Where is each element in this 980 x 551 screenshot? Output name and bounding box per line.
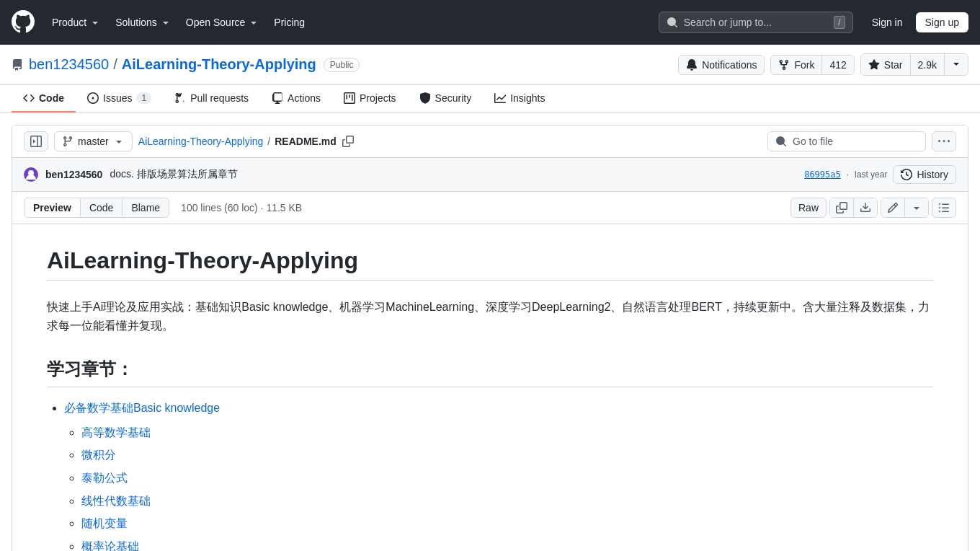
file-tools-group [829,198,878,218]
search-file-icon [775,136,787,147]
pr-icon [174,92,186,104]
search-shortcut: / [834,16,845,29]
commit-sha-link[interactable]: 86995a5 [804,169,841,180]
nav-open-source[interactable]: Open Source [180,12,266,32]
repo-breadcrumb: ben1234560 / AiLearning-Theory-Applying … [29,56,360,73]
sublink-calculus[interactable]: 微积分 [81,449,116,461]
tab-insights[interactable]: Insights [483,85,556,113]
fork-btn-group: Fork 412 [770,55,854,75]
copy-path-button[interactable] [341,134,355,149]
blame-tab[interactable]: Blame [122,198,169,218]
avatar [24,167,38,182]
sublink-taylor[interactable]: 泰勒公式 [81,472,128,484]
repo-icon [12,59,23,71]
tab-issues[interactable]: Issues 1 [76,85,163,113]
notifications-label: Notifications [702,59,757,71]
file-area: master AiLearning-Theory-Applying / READ… [12,125,968,551]
file-search-box[interactable]: Go to file [767,131,926,151]
code-tab[interactable]: Code [81,198,122,218]
tab-issues-label: Issues [103,92,132,104]
tab-actions-label: Actions [288,92,321,104]
edit-button[interactable] [881,198,905,217]
commit-author-link[interactable]: ben1234560 [45,169,102,180]
bell-icon [686,59,698,71]
fork-button[interactable]: Fork [771,56,821,74]
readme-content: AiLearning-Theory-Applying 快速上手Ai理论及应用实战… [12,224,968,551]
branch-icon [62,136,74,147]
tab-insights-label: Insights [510,92,545,104]
nav-pricing[interactable]: Pricing [268,12,311,32]
tab-actions[interactable]: Actions [260,85,332,113]
issue-icon [87,92,99,104]
star-button[interactable]: Star [861,54,910,75]
tab-security-label: Security [435,92,472,104]
tab-code-label: Code [39,92,64,104]
notifications-button[interactable]: Notifications [679,56,764,74]
tab-projects[interactable]: Projects [332,85,408,113]
sublist-item: 线性代数基础 [81,492,933,511]
commit-time: last year [855,169,887,180]
list-item: 必备数学基础Basic knowledge 高等数学基础 微积分 泰勒公式 线性… [64,399,933,551]
chevron-edit-icon [911,202,922,213]
sublink-linear-algebra[interactable]: 线性代数基础 [81,495,151,507]
sublink-random-variable[interactable]: 随机变量 [81,517,128,529]
breadcrumb-repo-link[interactable]: AiLearning-Theory-Applying [138,136,264,147]
chevron-down-icon [950,58,962,69]
edit-icon [887,202,899,213]
download-icon [860,202,871,213]
copy-content-button[interactable] [830,198,854,217]
sublink-calculus-higher[interactable]: 高等数学基础 [81,426,151,438]
edit-tools-group [881,198,929,218]
tab-security[interactable]: Security [408,85,484,113]
file-meta: 100 lines (60 loc) · 11.5 KB [181,202,302,213]
sidebar-toggle-button[interactable] [24,131,48,151]
projects-icon [344,92,355,104]
file-action-buttons: Raw [790,198,956,218]
auth-buttons: Sign in Sign up [865,12,968,32]
readme-list: 必备数学基础Basic knowledge 高等数学基础 微积分 泰勒公式 线性… [47,399,933,551]
list-link-basic[interactable]: 必备数学基础Basic knowledge [64,402,220,414]
repo-name-link[interactable]: AiLearning-Theory-Applying [122,56,316,73]
more-edit-button[interactable] [905,198,928,217]
history-button[interactable]: History [893,165,956,184]
tab-code[interactable]: Code [12,85,76,113]
github-logo[interactable] [12,10,35,35]
actions-icon [272,92,283,104]
repo-owner-link[interactable]: ben1234560 [29,56,109,73]
readme-description: 快速上手Ai理论及应用实战：基础知识Basic knowledge、机器学习Ma… [47,298,933,335]
fork-icon [778,59,790,71]
security-icon [419,92,431,104]
breadcrumb-separator: / [267,136,270,147]
lines-button[interactable] [932,198,956,218]
commit-dot: · [847,169,849,180]
search-icon [667,17,678,28]
sublist-item: 概率论基础 [81,537,933,551]
signup-button[interactable]: Sign up [916,12,968,32]
commit-bar: ben1234560 docs. 排版场景算法所属章节 86995a5 · la… [12,158,968,192]
commit-meta: 86995a5 · last year History [804,165,956,184]
history-icon [901,169,912,180]
tab-pr-label: Pull requests [190,92,249,104]
download-button[interactable] [854,198,877,217]
branch-chevron-icon [113,136,125,147]
raw-button[interactable]: Raw [790,198,827,218]
readme-sublist: 高等数学基础 微积分 泰勒公式 线性代数基础 随机变量 概率 [64,423,933,551]
star-dropdown[interactable] [944,54,968,75]
preview-tab[interactable]: Preview [24,198,81,218]
history-label: History [917,169,948,180]
nav-product[interactable]: Product [46,12,107,32]
search-placeholder: Search or jump to... [684,17,829,28]
sublist-item: 随机变量 [81,514,933,533]
site-header: Product Solutions Open Source Pricing Se… [0,0,980,45]
breadcrumb-file: README.md [275,136,337,147]
fork-count[interactable]: 412 [821,56,853,74]
search-box[interactable]: Search or jump to... / [659,12,853,33]
tab-pullrequests[interactable]: Pull requests [163,85,260,113]
more-options-button[interactable] [932,131,956,151]
sublink-probability[interactable]: 概率论基础 [81,540,139,551]
branch-selector[interactable]: master [54,131,133,151]
code-icon [23,92,35,104]
nav-solutions[interactable]: Solutions [110,12,177,32]
star-count[interactable]: 2.9k [910,54,944,75]
signin-button[interactable]: Sign in [865,13,910,32]
